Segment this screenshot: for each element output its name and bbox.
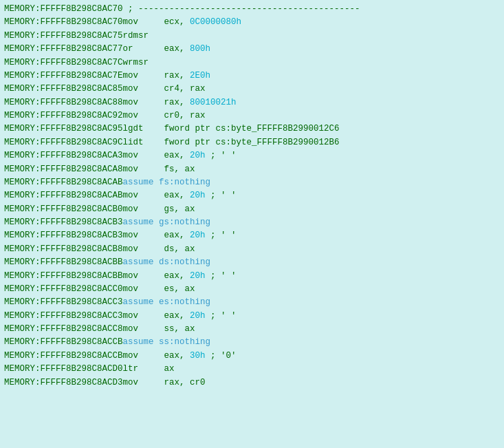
operand: eax, bbox=[138, 310, 190, 323]
mnemonic: wrmsr bbox=[123, 56, 149, 70]
operand: eax, bbox=[138, 270, 190, 283]
value: 20h bbox=[190, 229, 206, 242]
operand: ds, ax bbox=[138, 243, 195, 256]
comment-text: ----------------------------------------… bbox=[138, 3, 360, 16]
comment: ; ' ' bbox=[206, 270, 237, 283]
operand: rax, bbox=[138, 70, 190, 83]
assume-keyword: assume bbox=[123, 216, 154, 229]
table-row: MEMORY:FFFFF8B298C8ACA8 mov fs, ax bbox=[4, 163, 500, 176]
value: 20h bbox=[190, 310, 206, 323]
operand: ecx, bbox=[138, 16, 190, 29]
addr: MEMORY:FFFFF8B298C8ACD3 bbox=[4, 376, 123, 390]
addr: MEMORY:FFFFF8B298C8ACD0 bbox=[4, 363, 123, 376]
value: 20h bbox=[190, 270, 206, 283]
table-row: MEMORY:FFFFF8B298C8ACBB mov eax, 20h ; '… bbox=[4, 270, 500, 283]
table-row: MEMORY:FFFFF8B298C8ACC0 mov es, ax bbox=[4, 283, 500, 296]
addr: MEMORY:FFFFF8B298C8ACC3 bbox=[4, 310, 123, 323]
value: 30h bbox=[190, 350, 206, 363]
value: 20h bbox=[190, 189, 206, 202]
addr: MEMORY:FFFFF8B298C8ACB3 bbox=[4, 229, 123, 242]
mnemonic: mov bbox=[123, 323, 139, 336]
table-row: MEMORY:FFFFF8B298C8AC7C wrmsr bbox=[4, 56, 500, 70]
table-row: MEMORY:FFFFF8B298C8ACCB assume ss:nothin… bbox=[4, 336, 500, 349]
table-row: MEMORY:FFFFF8B298C8ACC3 mov eax, 20h ; '… bbox=[4, 310, 500, 323]
mnemonic: mov bbox=[123, 96, 139, 109]
value: nothing bbox=[175, 296, 211, 309]
addr: MEMORY:FFFFF8B298C8AC75 bbox=[4, 30, 123, 43]
mnemonic: mov bbox=[123, 70, 139, 83]
operand: rax, bbox=[138, 96, 190, 109]
addr: MEMORY:FFFFF8B298C8ACC8 bbox=[4, 323, 123, 336]
mnemonic: mov bbox=[123, 270, 139, 283]
comment: ; ' ' bbox=[206, 229, 237, 242]
mnemonic: mov bbox=[123, 189, 139, 202]
value: nothing bbox=[175, 256, 211, 269]
addr: MEMORY:FFFFF8B298C8AC7E bbox=[4, 70, 123, 83]
operand: cr0, rax bbox=[138, 109, 206, 122]
value: 0C0000080h bbox=[190, 16, 241, 29]
mnemonic: mov bbox=[123, 109, 139, 122]
comment: ; '0' bbox=[206, 350, 237, 363]
addr: MEMORY:FFFFF8B298C8ACB0 bbox=[4, 203, 123, 216]
assume-keyword: assume bbox=[123, 256, 154, 269]
addr: MEMORY:FFFFF8B298C8ACAB bbox=[4, 189, 123, 202]
table-row: MEMORY:FFFFF8B298C8ACA3 mov eax, 20h ; '… bbox=[4, 149, 500, 162]
table-row: MEMORY:FFFFF8B298C8ACBB assume ds:nothin… bbox=[4, 256, 500, 269]
table-row: MEMORY:FFFFF8B298C8ACAB assume fs:nothin… bbox=[4, 176, 500, 189]
mnemonic: mov bbox=[123, 149, 139, 162]
operand: fword ptr cs:byte_FFFFF8B2990012B6 bbox=[144, 136, 340, 149]
table-row: MEMORY:FFFFF8B298C8AC95 lgdt fword ptr c… bbox=[4, 122, 500, 136]
table-row: MEMORY:FFFFF8B298C8AC88 mov rax, 8001002… bbox=[4, 96, 500, 109]
addr: MEMORY:FFFFF8B298C8ACC3 bbox=[4, 296, 123, 309]
addr: MEMORY:FFFFF8B298C8ACA8 bbox=[4, 163, 123, 176]
addr: MEMORY:FFFFF8B298C8AC70 bbox=[4, 3, 123, 16]
mnemonic: mov bbox=[123, 163, 139, 176]
operand: ax bbox=[138, 363, 175, 376]
value: 80010021h bbox=[190, 96, 237, 109]
table-row: MEMORY:FFFFF8B298C8AC70 mov ecx, 0C00000… bbox=[4, 16, 500, 29]
separator: ; bbox=[123, 3, 139, 16]
table-row: MEMORY:FFFFF8B298C8ACAB mov eax, 20h ; '… bbox=[4, 189, 500, 202]
table-row: MEMORY:FFFFF8B298C8AC9C lidt fword ptr c… bbox=[4, 136, 500, 149]
table-row: MEMORY:FFFFF8B298C8ACC8 mov ss, ax bbox=[4, 323, 500, 336]
addr: MEMORY:FFFFF8B298C8ACBB bbox=[4, 270, 123, 283]
addr: MEMORY:FFFFF8B298C8ACCB bbox=[4, 336, 123, 349]
addr: MEMORY:FFFFF8B298C8AC95 bbox=[4, 122, 123, 136]
assume-keyword: assume bbox=[123, 336, 154, 349]
table-row: MEMORY:FFFFF8B298C8AC70 ; --------------… bbox=[4, 3, 500, 16]
operand: cr4, rax bbox=[138, 83, 206, 96]
table-row: MEMORY:FFFFF8B298C8ACB8 mov ds, ax bbox=[4, 243, 500, 256]
addr: MEMORY:FFFFF8B298C8AC85 bbox=[4, 83, 123, 96]
addr: MEMORY:FFFFF8B298C8AC7C bbox=[4, 56, 123, 70]
operand: eax, bbox=[138, 189, 190, 202]
table-row: MEMORY:FFFFF8B298C8ACB3 mov eax, 20h ; '… bbox=[4, 229, 500, 242]
operand: es: bbox=[154, 296, 175, 309]
operand: eax, bbox=[138, 350, 190, 363]
operand: gs, ax bbox=[138, 203, 195, 216]
value: nothing bbox=[175, 336, 211, 349]
operand: ss: bbox=[154, 336, 175, 349]
table-row: MEMORY:FFFFF8B298C8ACC3 assume es:nothin… bbox=[4, 296, 500, 309]
mnemonic: rdmsr bbox=[123, 30, 149, 43]
addr: MEMORY:FFFFF8B298C8AC92 bbox=[4, 109, 123, 122]
comment: ; ' ' bbox=[206, 189, 237, 202]
table-row: MEMORY:FFFFF8B298C8ACB3 assume gs:nothin… bbox=[4, 216, 500, 229]
table-row: MEMORY:FFFFF8B298C8ACD0 ltr ax bbox=[4, 363, 500, 376]
value: nothing bbox=[175, 176, 211, 189]
addr: MEMORY:FFFFF8B298C8AC9C bbox=[4, 136, 123, 149]
mnemonic: lgdt bbox=[123, 122, 144, 136]
operand: fword ptr cs:byte_FFFFF8B2990012C6 bbox=[144, 122, 340, 136]
addr: MEMORY:FFFFF8B298C8ACAB bbox=[4, 176, 123, 189]
mnemonic: lidt bbox=[123, 136, 144, 149]
assume-keyword: assume bbox=[123, 176, 154, 189]
mnemonic: mov bbox=[123, 350, 139, 363]
mnemonic: or bbox=[123, 43, 133, 56]
operand: eax, bbox=[133, 43, 190, 56]
operand: ss, ax bbox=[138, 323, 195, 336]
table-row: MEMORY:FFFFF8B298C8AC85 mov cr4, rax bbox=[4, 83, 500, 96]
addr: MEMORY:FFFFF8B298C8ACA3 bbox=[4, 149, 123, 162]
table-row: MEMORY:FFFFF8B298C8AC77 or eax, 800h bbox=[4, 43, 500, 56]
operand: rax, cr0 bbox=[138, 376, 206, 390]
operand: ds: bbox=[154, 256, 175, 269]
operand: fs: bbox=[154, 176, 175, 189]
